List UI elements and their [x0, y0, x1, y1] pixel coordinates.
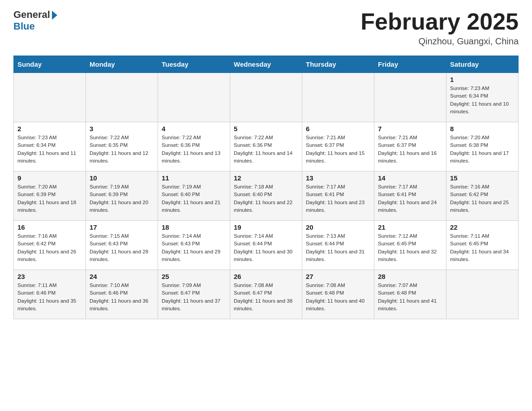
day-info: Sunrise: 7:21 AMSunset: 6:37 PMDaylight:… [378, 134, 442, 165]
calendar-cell: 15Sunrise: 7:16 AMSunset: 6:42 PMDayligh… [446, 171, 519, 221]
day-info: Sunrise: 7:17 AMSunset: 6:41 PMDaylight:… [306, 183, 370, 214]
calendar-cell: 8Sunrise: 7:20 AMSunset: 6:38 PMDaylight… [446, 122, 519, 171]
day-number: 20 [306, 223, 370, 231]
day-number: 18 [162, 223, 226, 231]
day-number: 23 [17, 273, 82, 280]
day-number: 16 [17, 223, 82, 231]
day-number: 19 [234, 223, 298, 231]
day-info: Sunrise: 7:11 AMSunset: 6:46 PMDaylight:… [17, 282, 82, 313]
calendar-header: SundayMondayTuesdayWednesdayThursdayFrid… [14, 56, 519, 73]
day-of-week-wednesday: Wednesday [230, 56, 302, 73]
day-number: 7 [378, 125, 442, 133]
day-info: Sunrise: 7:19 AMSunset: 6:40 PMDaylight:… [162, 183, 226, 214]
day-of-week-friday: Friday [374, 56, 446, 73]
day-number: 28 [378, 273, 442, 280]
calendar-week-row: 2Sunrise: 7:23 AMSunset: 6:34 PMDaylight… [14, 122, 519, 171]
calendar-cell: 14Sunrise: 7:17 AMSunset: 6:41 PMDayligh… [374, 171, 446, 221]
day-of-week-sunday: Sunday [14, 56, 86, 73]
calendar-week-row: 16Sunrise: 7:16 AMSunset: 6:42 PMDayligh… [14, 221, 519, 270]
calendar-cell: 4Sunrise: 7:22 AMSunset: 6:36 PMDaylight… [158, 122, 230, 171]
day-number: 21 [378, 223, 442, 231]
day-of-week-thursday: Thursday [302, 56, 374, 73]
day-info: Sunrise: 7:18 AMSunset: 6:40 PMDaylight:… [234, 183, 298, 214]
calendar-cell: 12Sunrise: 7:18 AMSunset: 6:40 PMDayligh… [230, 171, 302, 221]
calendar-cell [230, 73, 302, 122]
day-info: Sunrise: 7:20 AMSunset: 6:38 PMDaylight:… [450, 134, 515, 165]
day-info: Sunrise: 7:12 AMSunset: 6:45 PMDaylight:… [378, 232, 442, 263]
logo: General Blue [13, 9, 57, 32]
days-of-week-row: SundayMondayTuesdayWednesdayThursdayFrid… [14, 56, 519, 73]
day-number: 14 [378, 174, 442, 182]
day-info: Sunrise: 7:23 AMSunset: 6:34 PMDaylight:… [450, 85, 515, 116]
day-number: 9 [17, 174, 82, 182]
calendar-cell: 20Sunrise: 7:13 AMSunset: 6:44 PMDayligh… [302, 221, 374, 270]
day-number: 4 [162, 125, 226, 133]
calendar-cell: 10Sunrise: 7:19 AMSunset: 6:39 PMDayligh… [86, 171, 158, 221]
day-info: Sunrise: 7:22 AMSunset: 6:35 PMDaylight:… [90, 134, 154, 165]
day-info: Sunrise: 7:22 AMSunset: 6:36 PMDaylight:… [162, 134, 226, 165]
calendar-cell [302, 73, 374, 122]
calendar-cell: 22Sunrise: 7:11 AMSunset: 6:45 PMDayligh… [446, 221, 519, 270]
day-info: Sunrise: 7:20 AMSunset: 6:39 PMDaylight:… [17, 183, 82, 214]
calendar-cell: 13Sunrise: 7:17 AMSunset: 6:41 PMDayligh… [302, 171, 374, 221]
day-number: 22 [450, 223, 515, 231]
day-of-week-monday: Monday [86, 56, 158, 73]
day-info: Sunrise: 7:10 AMSunset: 6:46 PMDaylight:… [90, 282, 154, 313]
calendar-week-row: 1Sunrise: 7:23 AMSunset: 6:34 PMDaylight… [14, 73, 519, 122]
calendar-cell: 19Sunrise: 7:14 AMSunset: 6:44 PMDayligh… [230, 221, 302, 270]
day-number: 11 [162, 174, 226, 182]
logo-blue-text: Blue [13, 21, 35, 32]
calendar-cell: 17Sunrise: 7:15 AMSunset: 6:43 PMDayligh… [86, 221, 158, 270]
calendar-cell [158, 73, 230, 122]
day-number: 8 [450, 125, 515, 133]
calendar-cell [14, 73, 86, 122]
calendar-cell: 18Sunrise: 7:14 AMSunset: 6:43 PMDayligh… [158, 221, 230, 270]
day-number: 26 [234, 273, 298, 280]
calendar-cell: 1Sunrise: 7:23 AMSunset: 6:34 PMDaylight… [446, 73, 519, 122]
calendar-cell: 7Sunrise: 7:21 AMSunset: 6:37 PMDaylight… [374, 122, 446, 171]
calendar-cell: 3Sunrise: 7:22 AMSunset: 6:35 PMDaylight… [86, 122, 158, 171]
day-number: 12 [234, 174, 298, 182]
location-text: Qinzhou, Guangxi, China [360, 36, 519, 47]
calendar-cell: 26Sunrise: 7:08 AMSunset: 6:47 PMDayligh… [230, 270, 302, 319]
calendar-cell: 2Sunrise: 7:23 AMSunset: 6:34 PMDaylight… [14, 122, 86, 171]
day-info: Sunrise: 7:15 AMSunset: 6:43 PMDaylight:… [90, 232, 154, 263]
day-info: Sunrise: 7:22 AMSunset: 6:36 PMDaylight:… [234, 134, 298, 165]
day-number: 17 [90, 223, 154, 231]
calendar-cell: 6Sunrise: 7:21 AMSunset: 6:37 PMDaylight… [302, 122, 374, 171]
day-info: Sunrise: 7:08 AMSunset: 6:47 PMDaylight:… [234, 282, 298, 313]
day-number: 25 [162, 273, 226, 280]
day-info: Sunrise: 7:23 AMSunset: 6:34 PMDaylight:… [17, 134, 82, 165]
day-info: Sunrise: 7:09 AMSunset: 6:47 PMDaylight:… [162, 282, 226, 313]
calendar-cell: 5Sunrise: 7:22 AMSunset: 6:36 PMDaylight… [230, 122, 302, 171]
calendar-cell [374, 73, 446, 122]
day-info: Sunrise: 7:16 AMSunset: 6:42 PMDaylight:… [450, 183, 515, 214]
calendar-cell: 24Sunrise: 7:10 AMSunset: 6:46 PMDayligh… [86, 270, 158, 319]
calendar-cell: 21Sunrise: 7:12 AMSunset: 6:45 PMDayligh… [374, 221, 446, 270]
day-info: Sunrise: 7:11 AMSunset: 6:45 PMDaylight:… [450, 232, 515, 263]
calendar-cell: 23Sunrise: 7:11 AMSunset: 6:46 PMDayligh… [14, 270, 86, 319]
logo-general-text: General [13, 9, 50, 21]
calendar-cell: 28Sunrise: 7:07 AMSunset: 6:48 PMDayligh… [374, 270, 446, 319]
day-number: 2 [17, 125, 82, 133]
day-info: Sunrise: 7:07 AMSunset: 6:48 PMDaylight:… [378, 282, 442, 313]
day-number: 10 [90, 174, 154, 182]
calendar-cell [86, 73, 158, 122]
day-number: 27 [306, 273, 370, 280]
page-header: General Blue February 2025 Qinzhou, Guan… [13, 9, 519, 47]
calendar-week-row: 9Sunrise: 7:20 AMSunset: 6:39 PMDaylight… [14, 171, 519, 221]
day-number: 6 [306, 125, 370, 133]
day-of-week-tuesday: Tuesday [158, 56, 230, 73]
day-number: 13 [306, 174, 370, 182]
day-number: 1 [450, 76, 515, 83]
day-info: Sunrise: 7:16 AMSunset: 6:42 PMDaylight:… [17, 232, 82, 263]
day-number: 3 [90, 125, 154, 133]
day-info: Sunrise: 7:17 AMSunset: 6:41 PMDaylight:… [378, 183, 442, 214]
calendar-body: 1Sunrise: 7:23 AMSunset: 6:34 PMDaylight… [14, 73, 519, 319]
day-info: Sunrise: 7:13 AMSunset: 6:44 PMDaylight:… [306, 232, 370, 263]
day-number: 5 [234, 125, 298, 133]
day-info: Sunrise: 7:08 AMSunset: 6:48 PMDaylight:… [306, 282, 370, 313]
day-info: Sunrise: 7:21 AMSunset: 6:37 PMDaylight:… [306, 134, 370, 165]
calendar-table: SundayMondayTuesdayWednesdayThursdayFrid… [13, 56, 519, 319]
title-block: February 2025 Qinzhou, Guangxi, China [360, 9, 519, 47]
